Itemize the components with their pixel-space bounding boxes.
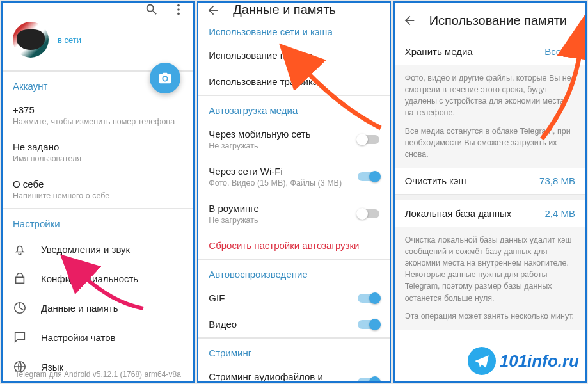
- online-status: в сети: [58, 35, 81, 45]
- wifi-toggle[interactable]: [358, 172, 379, 181]
- video-row[interactable]: Видео: [198, 311, 389, 337]
- autoplay-header: Автовоспроизведение: [198, 260, 389, 285]
- avatar[interactable]: [13, 22, 49, 58]
- reset-row[interactable]: Сбросить настройки автозагрузки: [198, 232, 389, 259]
- back-icon[interactable]: [402, 13, 417, 28]
- gif-row[interactable]: GIF: [198, 285, 389, 311]
- mobile-toggle[interactable]: [358, 135, 379, 144]
- lock-icon: [13, 271, 27, 285]
- clear-cache-row[interactable]: Очистить кэш73,8 MB: [395, 168, 585, 194]
- mobile-row[interactable]: Через мобильную сетьНе загружать: [198, 121, 389, 158]
- localdb-size: 2,4 MB: [544, 208, 575, 219]
- search-icon[interactable]: [145, 3, 159, 17]
- telegram-icon: [468, 347, 496, 375]
- settings-header: Настройки: [3, 209, 193, 234]
- data-storage-panel: Данные и память Использование сети и кэш…: [197, 1, 390, 383]
- roaming-toggle[interactable]: [358, 209, 379, 218]
- keep-media-row[interactable]: Хранить медиаВсегда: [395, 38, 585, 65]
- panel3-title: Использование памяти: [429, 13, 567, 28]
- data-storage-row[interactable]: Данные и память: [3, 293, 193, 323]
- version-footer: Telegram для Android v5.12.1 (1768) arm6…: [3, 370, 193, 379]
- more-icon[interactable]: [171, 3, 186, 17]
- svg-point-1: [177, 8, 180, 11]
- data-icon: [13, 301, 27, 315]
- gif-toggle[interactable]: [358, 294, 379, 303]
- svg-point-2: [177, 13, 180, 15]
- bio-row[interactable]: О себеНапишите немного о себе: [3, 171, 193, 208]
- stream-toggle[interactable]: [358, 378, 379, 383]
- username-row[interactable]: Не заданоИмя пользователя: [3, 134, 193, 171]
- traffic-usage-row[interactable]: Использование трафика: [198, 68, 389, 95]
- help-row[interactable]: Помощь: [3, 381, 193, 383]
- roaming-row[interactable]: В роумингеНе загружать: [198, 195, 389, 232]
- watermark-logo: 101info.ru: [468, 347, 579, 375]
- profile-header: [3, 3, 193, 17]
- panel2-title: Данные и память: [233, 3, 336, 17]
- keep-description: Фото, видео и другие файлы, которые Вы н…: [395, 65, 585, 168]
- streaming-header: Стриминг: [198, 339, 389, 364]
- phone-row[interactable]: +375Нажмите, чтобы изменить номер телефо…: [3, 97, 193, 134]
- privacy-row[interactable]: Конфиденциальность: [3, 264, 193, 293]
- cache-size: 73,8 MB: [539, 175, 575, 186]
- storage-usage-row[interactable]: Использование памяти: [198, 42, 389, 68]
- video-toggle[interactable]: [358, 320, 379, 329]
- localdb-row[interactable]: Локальная база данных2,4 MB: [395, 200, 585, 227]
- notifications-row[interactable]: Уведомления и звук: [3, 234, 193, 264]
- net-cache-header: Использование сети и кэша: [198, 17, 389, 42]
- back-icon[interactable]: [206, 3, 220, 17]
- svg-point-0: [177, 4, 180, 7]
- camera-fab[interactable]: [150, 63, 180, 93]
- storage-usage-panel: Использование памяти Хранить медиаВсегда…: [393, 1, 587, 383]
- chat-settings-row[interactable]: Настройки чатов: [3, 323, 193, 352]
- chat-icon: [13, 330, 27, 344]
- bell-icon: [13, 242, 27, 256]
- localdb-description: Очистка локальной базы данных удалит кэш…: [395, 227, 585, 330]
- keep-media-value: Всегда: [544, 46, 575, 57]
- autodl-header: Автозагрузка медиа: [198, 96, 389, 121]
- panel2-header: Данные и память: [198, 3, 389, 17]
- wifi-row[interactable]: Через сети Wi-FiФото, Видео (15 MB), Фай…: [198, 158, 389, 195]
- settings-main-panel: в сети Аккаунт +375Нажмите, чтобы измени…: [1, 1, 195, 383]
- stream-audio-row[interactable]: Стриминг аудиофайлов и видео: [198, 364, 389, 383]
- panel3-header: Использование памяти: [395, 3, 585, 38]
